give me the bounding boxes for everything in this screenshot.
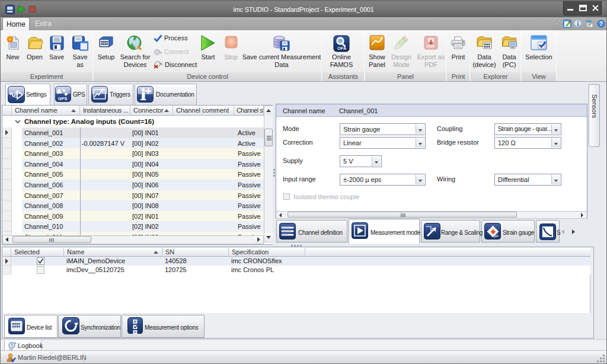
svg-text:µε: µε (494, 234, 499, 238)
svg-text:GPS: GPS (58, 96, 68, 101)
svg-text:PDF: PDF (427, 44, 435, 49)
svg-text:?: ? (599, 21, 603, 27)
svg-text:OFA: OFA (337, 46, 347, 51)
